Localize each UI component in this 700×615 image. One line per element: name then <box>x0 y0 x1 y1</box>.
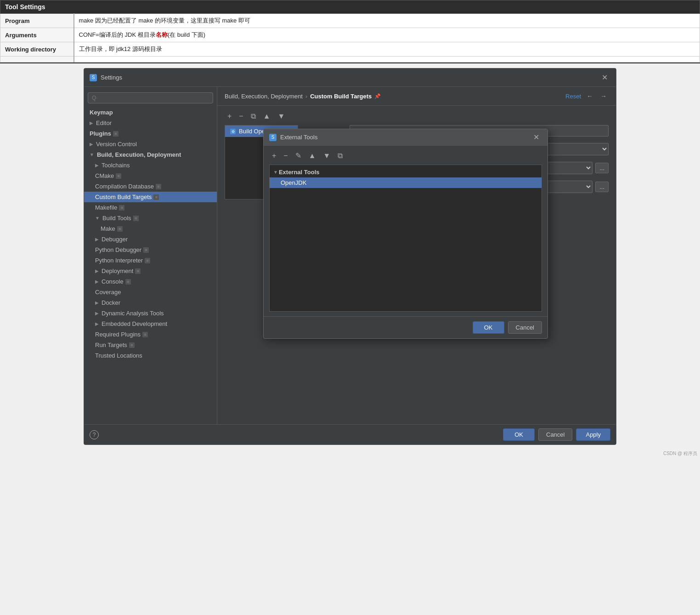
ext-tools-tree: ▼ External Tools OpenJDK <box>269 165 542 312</box>
settings-search-input[interactable] <box>88 92 213 103</box>
sidebar-item-coverage[interactable]: Coverage <box>84 287 217 297</box>
ext-tools-content: + − ✎ ▲ ▼ ⧉ ▼ External Tools <box>264 146 548 316</box>
settings-app-icon: S <box>90 74 97 81</box>
expand-icon: ▼ <box>273 170 278 175</box>
up-target-button[interactable]: ▲ <box>260 111 273 121</box>
sidebar-item-make[interactable]: Make ≡ <box>84 223 217 234</box>
dialog-close-button[interactable]: ✕ <box>599 72 610 83</box>
expand-icon: ▶ <box>95 321 99 326</box>
sidebar-item-label: CMake <box>95 172 114 179</box>
sidebar-item-keymap[interactable]: Keymap <box>84 107 217 118</box>
table-row: Program make 因为已经配置了 make 的环境变量，这里直接写 ma… <box>0 14 700 28</box>
settings-dialog: S Settings ✕ Keymap ▶ Editor Plugins ≡ ▶… <box>84 68 616 445</box>
sidebar-item-plugins[interactable]: Plugins ≡ <box>84 128 217 139</box>
required-plugins-icon: ≡ <box>142 332 148 337</box>
expand-icon: ▶ <box>90 142 93 147</box>
sidebar-item-label: Run Targets <box>95 342 127 348</box>
sidebar-item-label: Build Tools <box>102 215 131 222</box>
sidebar-item-label: Dynamic Analysis Tools <box>102 310 164 317</box>
row-value-program: make 因为已经配置了 make 的环境变量，这里直接写 make 即可 <box>74 14 700 28</box>
dialog-title: Settings <box>101 74 122 81</box>
sidebar-item-required-plugins[interactable]: Required Plugins ≡ <box>84 329 217 340</box>
breadcrumb-separator: › <box>305 93 307 100</box>
build-tools-icon: ≡ <box>133 216 139 221</box>
args-after: (在 build 下面) <box>168 31 205 38</box>
sidebar-item-label: Makefile <box>95 204 117 211</box>
sidebar-item-compilation-database[interactable]: Compilation Database ≡ <box>84 181 217 192</box>
ext-tools-close-button[interactable]: ✕ <box>531 132 542 142</box>
ext-tools-app-icon: S <box>269 134 277 141</box>
sidebar-item-trusted-locations[interactable]: Trusted Locations <box>84 350 217 361</box>
sidebar-item-label: Python Debugger <box>95 246 141 253</box>
forward-button[interactable]: → <box>598 91 609 101</box>
breadcrumb: Build, Execution, Deployment › Custom Bu… <box>225 93 381 100</box>
sidebar-item-label: Docker <box>102 299 120 306</box>
down-target-button[interactable]: ▼ <box>275 111 288 121</box>
ext-tools-toolbar: + − ✎ ▲ ▼ ⧉ <box>269 150 542 161</box>
sidebar-item-label: Coverage <box>95 289 121 296</box>
expand-icon: ▶ <box>95 268 99 273</box>
sidebar-item-docker[interactable]: ▶ Docker <box>84 297 217 308</box>
build-browse-button[interactable]: ... <box>595 163 609 173</box>
dialog-titlebar: S Settings ✕ <box>84 68 616 87</box>
sidebar-item-label: Console <box>102 278 124 285</box>
ext-group-external-tools[interactable]: ▼ External Tools <box>270 167 542 177</box>
custom-build-icon: ≡ <box>153 194 159 200</box>
build-openjdk-icon: ⚙ <box>230 128 236 135</box>
ext-remove-button[interactable]: − <box>281 151 290 161</box>
makefile-icon: ≡ <box>119 205 124 211</box>
add-target-button[interactable]: + <box>225 111 234 121</box>
tool-settings-table: Tool Settings Program make 因为已经配置了 make … <box>0 0 700 63</box>
sidebar-item-cmake[interactable]: CMake ≡ <box>84 171 217 181</box>
sidebar-item-debugger[interactable]: ▶ Debugger <box>84 234 217 245</box>
target-toolbar: + − ⧉ ▲ ▼ <box>225 111 609 121</box>
settings-cancel-button[interactable]: Cancel <box>538 428 572 441</box>
settings-apply-button[interactable]: Apply <box>576 428 610 441</box>
ext-item-openjdk[interactable]: OpenJDK <box>270 177 542 188</box>
sidebar-item-run-targets[interactable]: Run Targets ≡ <box>84 340 217 350</box>
reset-button[interactable]: Reset <box>565 93 581 100</box>
help-button[interactable]: ? <box>90 430 99 439</box>
ext-up-button[interactable]: ▲ <box>306 151 319 161</box>
settings-ok-button[interactable]: OK <box>503 428 535 441</box>
sidebar-item-dynamic-analysis-tools[interactable]: ▶ Dynamic Analysis Tools <box>84 308 217 319</box>
sidebar-item-toolchains[interactable]: ▶ Toolchains <box>84 160 217 171</box>
target-panel: + − ⧉ ▲ ▼ ⚙ Build Op <box>217 106 616 424</box>
ext-down-button[interactable]: ▼ <box>321 151 333 161</box>
ext-copy-button[interactable]: ⧉ <box>335 151 345 161</box>
sidebar-item-deployment[interactable]: ▶ Deployment ≡ <box>84 266 217 276</box>
table-row: Working directory 工作目录，即 jdk12 源码根目录 <box>0 42 700 57</box>
ext-cancel-button[interactable]: Cancel <box>508 321 542 334</box>
plugins-icon: ≡ <box>113 131 119 137</box>
sidebar-item-version-control[interactable]: ▶ Version Control <box>84 139 217 149</box>
sidebar-item-console[interactable]: ▶ Console ≡ <box>84 276 217 287</box>
args-red: 名称 <box>156 31 168 38</box>
row-value-empty <box>74 57 700 63</box>
ext-ok-button[interactable]: OK <box>473 321 504 334</box>
sidebar-item-label: Custom Build Targets <box>95 194 152 200</box>
sidebar-item-python-debugger[interactable]: Python Debugger ≡ <box>84 245 217 255</box>
ext-add-button[interactable]: + <box>269 151 279 161</box>
sidebar-item-build-tools[interactable]: ▼ Build Tools ≡ <box>84 213 217 223</box>
sidebar-item-label: Deployment <box>102 268 133 274</box>
python-debugger-icon: ≡ <box>143 247 149 253</box>
table-row: Arguments CONF=编译后的 JDK 根目录名称(在 build 下面… <box>0 28 700 42</box>
sidebar-item-python-interpreter[interactable]: Python Interpreter ≡ <box>84 255 217 266</box>
sidebar-item-editor[interactable]: ▶ Editor <box>84 118 217 128</box>
back-button[interactable]: ← <box>585 91 595 101</box>
row-value-arguments: CONF=编译后的 JDK 根目录名称(在 build 下面) <box>74 28 700 42</box>
sidebar-item-custom-build-targets[interactable]: Custom Build Targets ≡ <box>84 192 217 202</box>
make-icon: ≡ <box>117 226 123 232</box>
ext-edit-button[interactable]: ✎ <box>293 150 304 161</box>
sidebar-item-makefile[interactable]: Makefile ≡ <box>84 202 217 213</box>
clean-browse-button[interactable]: ... <box>595 182 609 192</box>
copy-target-button[interactable]: ⧉ <box>248 111 259 121</box>
sidebar-item-label: Editor <box>96 120 112 126</box>
ext-item-label: OpenJDK <box>281 179 306 186</box>
table-header: Tool Settings <box>0 0 700 14</box>
sidebar-item-build-execution-deployment[interactable]: ▼ Build, Execution, Deployment <box>84 149 217 160</box>
sidebar-item-embedded-development[interactable]: ▶ Embedded Development <box>84 319 217 329</box>
row-label-empty <box>0 57 74 63</box>
remove-target-button[interactable]: − <box>236 111 246 121</box>
settings-main-content: Keymap ▶ Editor Plugins ≡ ▶ Version Cont… <box>84 87 616 424</box>
